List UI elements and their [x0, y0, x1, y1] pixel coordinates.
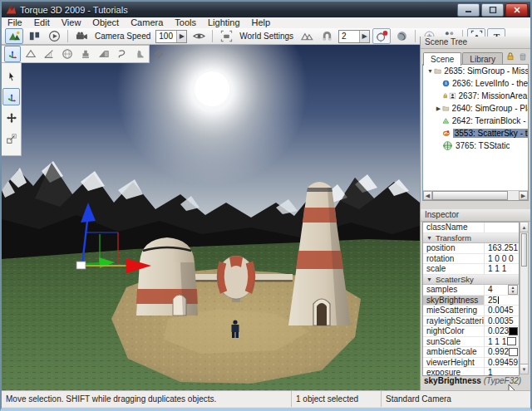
- snap-magnet-button[interactable]: [318, 28, 336, 44]
- menu-edit[interactable]: Edit: [28, 17, 56, 28]
- scroll-left-arrow[interactable]: ◀: [423, 191, 432, 200]
- property-name[interactable]: nightColor: [423, 326, 485, 336]
- rotate-tool-button[interactable]: [2, 109, 20, 126]
- foliage-tool-button[interactable]: [132, 46, 149, 62]
- snap-size-arrow-icon[interactable]: ▶: [359, 31, 369, 42]
- layout-columns-button[interactable]: [25, 28, 43, 44]
- tree-item[interactable]: 2642: TerrainBlock - theTerrain: [423, 115, 528, 127]
- camera-speed-arrow-icon[interactable]: ▶: [176, 31, 186, 42]
- property-value[interactable]: 1 1 1: [485, 264, 519, 274]
- color-swatch[interactable]: [509, 327, 518, 335]
- terrain-slope-button[interactable]: [41, 46, 57, 62]
- property-value[interactable]: [485, 223, 519, 232]
- lock-icon[interactable]: [505, 51, 515, 63]
- minimize-button[interactable]: [457, 3, 480, 17]
- play-button[interactable]: [45, 28, 63, 44]
- scene-visibility-button[interactable]: [5, 28, 23, 44]
- magnet-icon: [321, 30, 333, 42]
- collapse-icon[interactable]: ▼: [426, 235, 432, 241]
- menu-object[interactable]: Object: [86, 17, 125, 28]
- camera-button[interactable]: [72, 28, 91, 44]
- property-value[interactable]: 0.023: [485, 326, 519, 336]
- menu-help[interactable]: Help: [246, 17, 277, 28]
- property-value[interactable]: 0.992: [485, 347, 519, 357]
- inspector-section-scattersky[interactable]: ▼ScatterSky: [423, 275, 519, 286]
- property-name[interactable]: rotation: [423, 254, 485, 264]
- relight-scene-button[interactable]: [392, 28, 411, 44]
- color-swatch[interactable]: [509, 348, 518, 356]
- menu-view[interactable]: View: [56, 17, 87, 28]
- property-value[interactable]: 0.994597: [485, 358, 519, 368]
- property-value[interactable]: 163.251 533: [485, 243, 519, 253]
- property-name[interactable]: samples: [423, 285, 485, 295]
- stamp-icon: [80, 48, 91, 60]
- camera-bounds-button[interactable]: [217, 28, 235, 44]
- scroll-down-arrow[interactable]: ▼: [520, 364, 528, 374]
- maximize-button[interactable]: [481, 3, 504, 17]
- inspector-row: rotation1 0 0 0: [423, 254, 519, 265]
- property-value[interactable]: 1 0 0 0: [485, 254, 519, 264]
- property-name[interactable]: ambientScale: [423, 347, 485, 357]
- expand-icon[interactable]: ▶: [435, 105, 442, 112]
- tree-item[interactable]: i2636: LevelInfo - theLevelInfo: [423, 77, 528, 90]
- property-value[interactable]: 4▲▼: [485, 285, 519, 295]
- value-spinner[interactable]: ▲▼: [508, 285, 518, 295]
- title-bar[interactable]: Torque 3D 2009 - Tutorials: [2, 2, 530, 17]
- scroll-thumb[interactable]: [521, 233, 527, 267]
- property-name[interactable]: mieScattering: [423, 306, 485, 316]
- property-name[interactable]: scale: [423, 264, 485, 274]
- inspector-section-transform[interactable]: ▼Transform: [423, 233, 519, 244]
- property-value[interactable]: 1: [485, 368, 519, 376]
- select-tool-button[interactable]: [2, 67, 20, 85]
- collapse-icon[interactable]: ▼: [426, 68, 434, 74]
- property-value[interactable]: 1 1 1: [485, 337, 519, 347]
- terrain-visibility-button[interactable]: [298, 28, 316, 44]
- close-button[interactable]: [505, 3, 528, 17]
- camera-speed-spinner[interactable]: 100▶: [155, 30, 187, 43]
- terrain-editor-button[interactable]: [22, 46, 39, 62]
- tree-item[interactable]: ▼2635: SimGroup - MissionGroup: [423, 65, 528, 77]
- property-value[interactable]: 0.0035: [485, 316, 519, 326]
- snap-size-spinner[interactable]: 2▶: [338, 30, 370, 43]
- property-value[interactable]: 0.0045: [485, 306, 519, 316]
- object-editor-button[interactable]: [4, 46, 21, 62]
- lasso-tool-button[interactable]: [114, 46, 131, 62]
- time-of-day-button[interactable]: [372, 28, 391, 44]
- menu-lighting[interactable]: Lighting: [202, 17, 246, 28]
- move-tool-button[interactable]: [2, 88, 20, 105]
- scroll-up-arrow[interactable]: ▲: [520, 223, 528, 232]
- decal-editor-button[interactable]: [150, 46, 167, 62]
- collapse-icon[interactable]: ▼: [426, 276, 432, 282]
- material-editor-button[interactable]: [59, 46, 76, 62]
- property-name[interactable]: skyBrightness: [423, 296, 485, 306]
- menu-tools[interactable]: Tools: [169, 17, 202, 28]
- property-name[interactable]: className: [423, 223, 485, 232]
- scroll-right-arrow[interactable]: ▶: [519, 191, 528, 200]
- snap-size-value[interactable]: 2: [339, 32, 359, 41]
- tab-scene[interactable]: Scene: [423, 52, 461, 66]
- color-swatch[interactable]: [507, 337, 516, 345]
- sun-badge-icon: [376, 30, 388, 42]
- property-name[interactable]: sunScale: [423, 337, 485, 347]
- delete-icon[interactable]: [518, 51, 528, 63]
- scale-tool-button[interactable]: [2, 130, 20, 147]
- tree-item[interactable]: 3765: TSStatic: [423, 139, 528, 152]
- property-name[interactable]: viewerHeight: [423, 358, 485, 368]
- 3d-viewport[interactable]: [2, 45, 420, 390]
- scroll-thumb[interactable]: [432, 191, 508, 200]
- menu-camera[interactable]: Camera: [125, 17, 169, 28]
- inspector-vertical-scrollbar[interactable]: ▲ ▼: [520, 222, 529, 374]
- ramp-tool-button[interactable]: [96, 46, 112, 62]
- tree-item[interactable]: ▶2640: SimGroup - PlayerDropP: [423, 102, 528, 115]
- tree-horizontal-scrollbar[interactable]: ◀ ▶: [423, 190, 528, 200]
- stamp-tool-button[interactable]: [77, 46, 94, 62]
- property-name[interactable]: rayleighScattering: [423, 316, 485, 326]
- camera-speed-value[interactable]: 100: [156, 32, 176, 41]
- property-name[interactable]: exposure: [423, 368, 485, 376]
- property-value[interactable]: 25: [485, 296, 519, 306]
- menu-file[interactable]: File: [2, 17, 28, 28]
- tree-item[interactable]: 2637: MissionArea - theMis: [423, 90, 528, 102]
- visibility-eye-button[interactable]: [190, 28, 208, 44]
- tree-item[interactable]: 3553: ScatterSky - theSky: [423, 127, 528, 139]
- property-name[interactable]: position: [423, 243, 485, 253]
